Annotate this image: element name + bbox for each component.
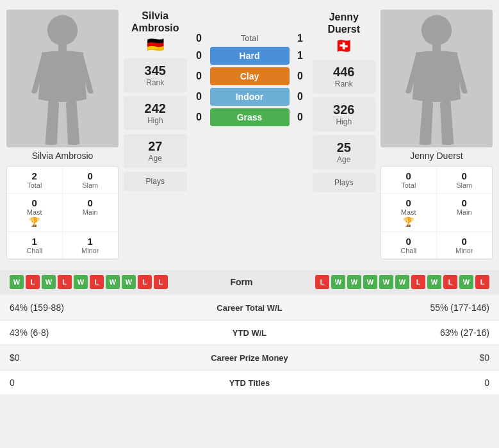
left-stats-outer: Silvia Ambrosio 🇩🇪 345 Rank 242 High: [124, 10, 187, 191]
right-main-lbl: Main: [443, 208, 486, 216]
clay-left-score: 0: [192, 71, 206, 82]
right-age-val: 25: [319, 140, 370, 155]
stats-row-center-1: YTD W/L: [186, 328, 314, 338]
left-age-lbl: Age: [130, 154, 181, 163]
right-rank-val: 446: [319, 65, 370, 79]
left-total-val: 2: [13, 170, 56, 181]
left-age-box: 27 Age: [124, 134, 187, 168]
left-slam-lbl: Slam: [69, 181, 112, 189]
right-minor-val: 0: [443, 236, 486, 247]
form-badge-l: L: [315, 275, 329, 289]
form-badge-w: W: [10, 275, 24, 289]
stats-row-right-3: 0: [314, 377, 490, 388]
left-age-val: 27: [130, 139, 181, 154]
right-rank-row: 446 Rank: [313, 60, 376, 94]
form-section: WLWLWLWWLL Form LWWWWWLWLWL: [0, 270, 499, 294]
left-player-outer: Silvia Ambrosio 2 Total 0 Slam 0 Mast 🏆 …: [6, 10, 119, 263]
svg-point-0: [47, 15, 78, 46]
clay-match-row: 0 Clay 0: [192, 67, 307, 85]
left-plays-lbl: Plays: [131, 177, 179, 186]
left-rank-val: 345: [130, 63, 181, 78]
left-player-name-below: Silvia Ambrosio: [6, 151, 119, 161]
left-player-photo: [6, 10, 119, 147]
stats-row-center-3: YTD Titles: [186, 378, 314, 388]
main-container: Silvia Ambrosio 2 Total 0 Slam 0 Mast 🏆 …: [0, 0, 499, 394]
left-mast-cell: 0 Mast 🏆: [7, 194, 63, 232]
trophy-icon: 🏆: [29, 217, 40, 227]
clay-right-score: 0: [293, 71, 307, 82]
right-chall-cell: 0 Chall: [381, 232, 437, 259]
right-age-box: 25 Age: [313, 135, 376, 169]
stats-row-center-2: Career Prize Money: [186, 353, 314, 363]
left-mast-val: 0: [13, 197, 56, 208]
stats-row-0: 64% (159-88) Career Total W/L 55% (177-1…: [0, 296, 499, 319]
right-minor-lbl: Minor: [443, 247, 486, 254]
right-stats-grid: 0 Total 0 Slam 0 Mast 🏆 0 Main 0 Chal: [380, 166, 493, 260]
form-badge-l: L: [475, 275, 489, 289]
right-chall-lbl: Chall: [388, 247, 430, 254]
form-badge-l: L: [58, 275, 72, 289]
clay-badge: Clay: [210, 67, 290, 85]
form-badge-l: L: [411, 275, 425, 289]
total-label: Total: [210, 32, 290, 44]
left-plays-box: Plays: [124, 172, 187, 191]
left-slam-val: 0: [69, 170, 112, 181]
form-badge-l: L: [26, 275, 40, 289]
right-player-name: Jenny Duerst: [313, 11, 376, 35]
total-left-score: 0: [192, 33, 206, 44]
right-name-section: Jenny Duerst 🇨🇭: [313, 10, 376, 54]
stats-row-left-3: 0: [10, 377, 186, 388]
form-badge-w: W: [363, 275, 377, 289]
right-player-name-below: Jenny Duerst: [380, 151, 493, 161]
right-high-row: 326 High: [313, 97, 376, 131]
left-name-section: Silvia Ambrosio 🇩🇪: [124, 10, 187, 53]
total-match-row: 0 Total 1: [192, 32, 307, 44]
left-main-cell: 0 Main: [63, 194, 119, 232]
middle-section: 0 Total 1 0 Hard 1 0 Clay 0 0 Indoor 0: [192, 10, 307, 129]
right-total-val: 0: [388, 170, 430, 181]
top-section: Silvia Ambrosio 2 Total 0 Slam 0 Mast 🏆 …: [0, 0, 499, 270]
form-badge-w: W: [122, 275, 136, 289]
stats-row-2: $0 Career Prize Money $0: [0, 346, 499, 369]
form-label: Form: [231, 277, 253, 287]
right-slam-val: 0: [443, 170, 486, 181]
left-player-name: Silvia Ambrosio: [124, 10, 187, 34]
svg-point-2: [421, 15, 452, 46]
left-age-row: 27 Age: [124, 134, 187, 168]
right-high-lbl: High: [319, 117, 370, 126]
left-high-box: 242 High: [124, 96, 187, 130]
right-minor-cell: 0 Minor: [437, 232, 493, 259]
form-badge-w: W: [395, 275, 409, 289]
stats-row-left-0: 64% (159-88): [10, 303, 186, 313]
right-slam-lbl: Slam: [443, 181, 486, 189]
left-slam-cell: 0 Slam: [63, 167, 119, 194]
left-high-val: 242: [130, 101, 181, 116]
stats-row-right-0: 55% (177-146): [314, 303, 490, 313]
stats-row-3: 0 YTD Titles 0: [0, 371, 499, 394]
total-right-score: 1: [293, 33, 307, 44]
right-form-badges: LWWWWWLWLWL: [315, 275, 489, 289]
right-plays-lbl: Plays: [320, 178, 368, 187]
stats-row-1: 43% (6-8) YTD W/L 63% (27-16): [0, 321, 499, 344]
trophy-icon: 🏆: [403, 217, 414, 227]
right-age-row: 25 Age: [313, 135, 376, 169]
form-badge-w: W: [331, 275, 345, 289]
left-rank-age-row: 345 Rank: [124, 58, 187, 92]
form-badge-l: L: [90, 275, 104, 289]
stats-row-right-2: $0: [314, 353, 490, 363]
stats-row-center-0: Career Total W/L: [186, 303, 314, 313]
form-badge-w: W: [379, 275, 393, 289]
grass-right-score: 0: [293, 112, 307, 123]
left-main-lbl: Main: [69, 208, 112, 216]
left-rank-lbl: Rank: [130, 78, 181, 87]
right-high-val: 326: [319, 103, 370, 117]
indoor-right-score: 0: [293, 91, 307, 103]
left-chall-val: 1: [13, 236, 56, 247]
left-form-badges: WLWLWLWWLL: [10, 275, 168, 289]
right-player-photo: [380, 10, 493, 147]
right-main-cell: 0 Main: [437, 194, 493, 232]
hard-badge: Hard: [210, 47, 290, 65]
form-badge-w: W: [106, 275, 120, 289]
right-age-lbl: Age: [319, 155, 370, 164]
left-rank-box: 345 Rank: [124, 58, 187, 92]
